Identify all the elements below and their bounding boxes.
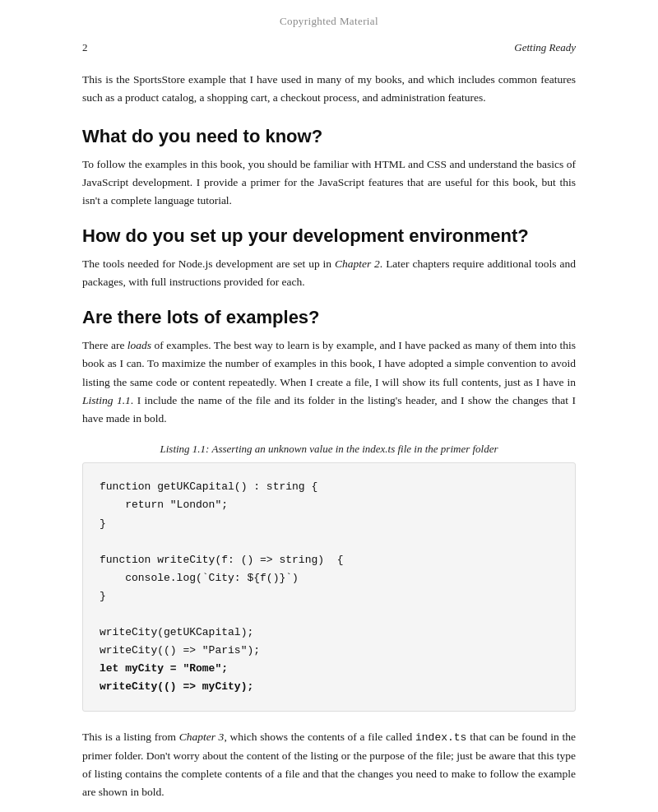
- after-listing-italic: Chapter 3: [179, 731, 225, 743]
- page-number: 2: [82, 41, 88, 54]
- code-line-bold-1: let myCity = "Rome"; writeCity(() => myC…: [100, 662, 253, 693]
- after-listing-part2: , which shows the contents of a file cal…: [224, 731, 415, 743]
- intro-paragraph: This is the SportsStore example that I h…: [82, 71, 576, 108]
- section-text-2-before: The tools needed for Node.js development…: [82, 258, 335, 270]
- section-text-1: To follow the examples in this book, you…: [82, 155, 576, 211]
- main-content: This is the SportsStore example that I h…: [0, 63, 658, 812]
- section-text-3-part1: There are: [82, 339, 127, 351]
- page: Copyrighted Material 2 Getting Ready Thi…: [0, 0, 658, 812]
- after-listing-part1: This is a listing from: [82, 731, 179, 743]
- section-heading-1: What do you need to know?: [82, 126, 576, 147]
- footer-watermark: Copyrighted Material: [0, 805, 658, 812]
- section-text-3: There are loads of examples. The best wa…: [82, 336, 576, 428]
- section-text-3-part3: . I include the name of the file and its…: [82, 394, 576, 425]
- after-listing-code: index.ts: [415, 731, 466, 744]
- section-text-3-italic1: loads: [127, 339, 151, 351]
- page-header: 2 Getting Ready: [0, 36, 658, 63]
- listing-caption: Listing 1.1: Asserting an unknown value …: [82, 443, 576, 456]
- code-line-1: function getUKCapital() : string { retur…: [100, 480, 343, 657]
- section-text-2: The tools needed for Node.js development…: [82, 255, 576, 292]
- code-block: function getUKCapital() : string { retur…: [82, 462, 576, 712]
- section-text-3-italic2: Listing 1.1: [82, 394, 131, 406]
- section-text-2-italic: Chapter 2: [335, 258, 380, 270]
- chapter-title: Getting Ready: [514, 41, 576, 54]
- section-text-3-part2: of examples. The best way to learn is by…: [82, 339, 576, 388]
- section-heading-2: How do you set up your development envir…: [82, 225, 576, 247]
- after-listing-text: This is a listing from Chapter 3, which …: [82, 728, 576, 801]
- section-heading-3: Are there lots of examples?: [82, 307, 576, 328]
- header-watermark-top: Copyrighted Material: [0, 0, 658, 36]
